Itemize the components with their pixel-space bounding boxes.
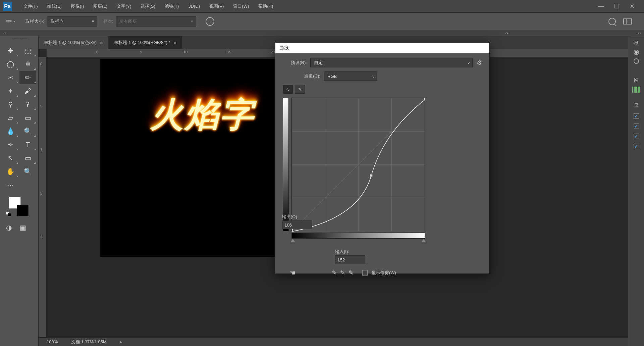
blur-tool[interactable]: 💧 <box>2 125 19 138</box>
close-icon[interactable]: × <box>174 40 177 46</box>
stamp-tool[interactable]: ⚲ <box>2 98 19 111</box>
tab-title: 未标题-1 @ 100%(灰色/8#) <box>44 40 97 46</box>
gradient-tool[interactable]: ▭ <box>19 111 36 124</box>
output-gradient <box>283 98 289 231</box>
document-tab[interactable]: 未标题-1 @ 100%(RGB/8#) * × <box>109 36 182 49</box>
move-tool[interactable]: ✥ <box>2 44 19 57</box>
chevron-right-icon[interactable]: ▸ <box>120 339 122 344</box>
history-brush-tool[interactable]: ʔ <box>19 98 36 111</box>
eyedropper-icon: ✎ <box>4 16 14 27</box>
gear-icon[interactable]: ⚙ <box>477 59 482 66</box>
svg-line-0 <box>292 98 425 232</box>
chevron-down-icon: v <box>373 74 375 78</box>
menu-window[interactable]: 窗口(W) <box>228 1 254 11</box>
menu-help[interactable]: 帮助(H) <box>254 1 278 11</box>
chevron-down-icon: ▾ <box>92 19 94 24</box>
screen-mode-icon[interactable]: ▣ <box>20 224 26 232</box>
chevron-down-icon: v <box>468 61 470 65</box>
curve-graph[interactable] <box>291 98 425 231</box>
menu-view[interactable]: 视图(V) <box>205 1 228 11</box>
collapse-bar: ‹‹ ‹‹ ›› <box>0 30 644 36</box>
tool-preset-button[interactable]: ✎ ▾ <box>3 16 17 27</box>
channel-label: 通道(C): <box>296 73 320 79</box>
preset-label: 预设(R): <box>283 60 307 66</box>
menu-3d[interactable]: 3D(D) <box>183 2 205 11</box>
search-icon[interactable] <box>608 18 616 25</box>
dialog-title-bar[interactable]: 曲线 <box>275 43 489 53</box>
radio-on-icon[interactable] <box>634 50 639 55</box>
marquee-tool[interactable]: ⬚ <box>19 44 36 57</box>
type-tool[interactable]: T <box>19 138 36 151</box>
dodge-tool[interactable]: 🔍 <box>19 125 36 138</box>
checkbox-checked[interactable]: ✔ <box>634 113 639 119</box>
menu-select[interactable]: 选择(S) <box>136 1 160 11</box>
close-icon[interactable]: ✕ <box>630 3 635 10</box>
input-label: 输入(I): <box>335 249 482 255</box>
chevron-down-icon: ▾ <box>191 19 193 24</box>
output-label: 输出(O): <box>282 214 312 220</box>
more-tools[interactable]: ⋯ <box>2 179 19 191</box>
hand-icon[interactable]: ☚ <box>289 269 296 277</box>
chevron-right-icon[interactable]: ›› <box>638 31 641 36</box>
preset-select[interactable]: 自定 v <box>310 58 473 67</box>
shape-tool[interactable]: ▭ <box>19 152 36 164</box>
menu-file[interactable]: 文件(F) <box>19 1 43 11</box>
checkbox-checked[interactable]: ✔ <box>634 134 639 139</box>
histogram-icon[interactable] <box>632 87 640 93</box>
document-tab[interactable]: 未标题-1 @ 100%(灰色/8#) × <box>39 36 109 49</box>
workspace-icon[interactable] <box>623 18 632 24</box>
doc-size[interactable]: 文档:1.37M/1.05M <box>71 339 107 345</box>
channel-value: RGB <box>327 74 337 79</box>
minimize-icon[interactable]: — <box>598 3 604 10</box>
default-colors-icon[interactable] <box>6 211 11 217</box>
zoom-level[interactable]: 100% <box>47 339 58 344</box>
eyedropper-tool[interactable]: ✎ <box>19 71 36 84</box>
background-color[interactable] <box>17 205 29 217</box>
sample-size-value: 取样点 <box>51 18 64 24</box>
black-eyedropper-icon[interactable]: ✎ <box>332 269 337 277</box>
sample-value: 所有图层 <box>119 18 137 24</box>
maximize-icon[interactable]: ❐ <box>614 3 620 10</box>
sample-select[interactable]: 所有图层 ▾ <box>116 16 196 27</box>
checkbox-checked[interactable]: ✔ <box>634 123 639 129</box>
lasso-tool[interactable]: ◯ <box>2 58 19 70</box>
hand-tool[interactable]: ✋ <box>2 165 19 178</box>
path-select-tool[interactable]: ↖ <box>2 152 19 164</box>
quick-mask-icon[interactable]: ◑ <box>6 224 12 232</box>
output-input[interactable] <box>282 220 312 229</box>
quick-select-tool[interactable]: ✲ <box>19 58 36 70</box>
channel-select[interactable]: RGB v <box>324 71 377 81</box>
sample-size-select[interactable]: 取样点 ▾ <box>47 16 97 27</box>
menu-image[interactable]: 图像(I) <box>66 1 89 11</box>
menu-filter[interactable]: 滤镜(T) <box>160 1 184 11</box>
tool-panel: ✥ ⬚ ◯ ✲ ✂ ✎ ✦ 🖌 ⚲ ʔ ▱ ▭ 💧 🔍 ✒ T ↖ ▭ ✋ 🔍 … <box>0 36 39 346</box>
app-logo: Ps <box>3 2 12 11</box>
gray-eyedropper-icon[interactable]: ✎ <box>340 269 345 277</box>
pencil-mode-button[interactable]: ✎ <box>295 85 305 94</box>
crop-tool[interactable]: ✂ <box>2 71 19 84</box>
checkbox-checked[interactable]: ✔ <box>634 144 639 149</box>
black-point-slider[interactable] <box>290 239 295 242</box>
brush-tool[interactable]: 🖌 <box>19 85 36 97</box>
sample-label: 样本: <box>103 18 113 24</box>
eraser-tool[interactable]: ▱ <box>2 111 19 124</box>
zoom-tool[interactable]: 🔍 <box>19 165 36 178</box>
curve-mode-button[interactable]: ∿ <box>283 85 293 94</box>
menu-type[interactable]: 文字(Y) <box>112 1 136 11</box>
healing-tool[interactable]: ✦ <box>2 85 19 97</box>
white-eyedropper-icon[interactable]: ✎ <box>348 269 354 277</box>
chevron-left-icon[interactable]: ‹‹ <box>505 31 508 36</box>
menu-layer[interactable]: 图层(L) <box>89 1 112 11</box>
show-clipping-checkbox[interactable] <box>362 270 368 276</box>
edit-toolbar[interactable] <box>19 179 36 191</box>
menu-edit[interactable]: 编辑(E) <box>43 1 66 11</box>
radio-off-icon[interactable] <box>634 58 639 64</box>
input-input[interactable] <box>335 255 365 264</box>
chevron-left-icon[interactable]: ‹‹ <box>3 31 6 36</box>
smile-icon[interactable]: ⌣ <box>206 17 214 26</box>
pen-tool[interactable]: ✒ <box>2 138 19 151</box>
preset-value: 自定 <box>314 60 323 66</box>
close-icon[interactable]: × <box>100 40 103 46</box>
white-point-slider[interactable] <box>421 239 426 242</box>
grip-icon[interactable] <box>11 38 28 40</box>
